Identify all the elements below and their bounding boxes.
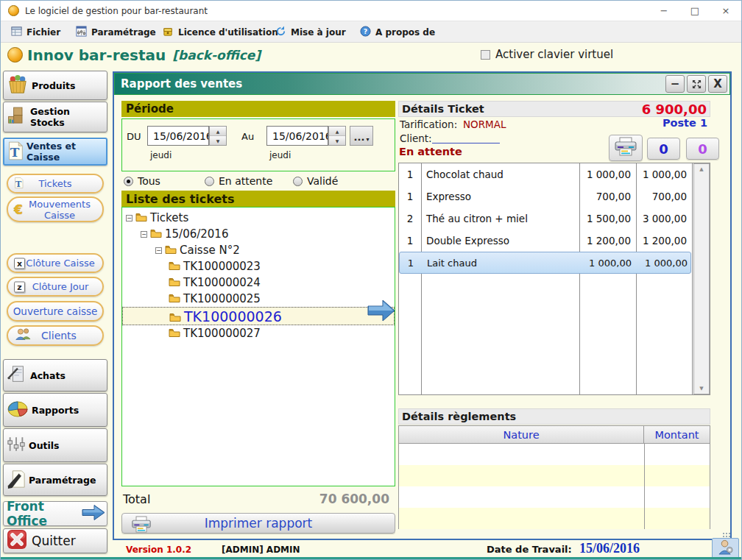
backoffice-label: [back-office] — [172, 48, 261, 63]
reglement-row-empty — [399, 444, 710, 465]
collapse-icon[interactable]: − — [155, 247, 162, 254]
sliders-icon — [7, 435, 26, 456]
sidebar-item-mouvements-caisse[interactable]: € Mouvements Caisse — [7, 196, 104, 222]
app-name: Innov bar-restau — [27, 46, 166, 64]
printer-icon — [131, 516, 152, 536]
sidebar-item-achats[interactable]: Achats — [3, 359, 107, 391]
user-session-button[interactable] — [712, 538, 739, 559]
sidebar-item-parametrage[interactable]: Paramétrage — [3, 464, 107, 496]
date-presets-button[interactable]: ... ▾ — [350, 126, 373, 146]
radio-icon[interactable] — [293, 177, 303, 186]
status-bar: Version 1.0.2 [ADMIN] ADMIN Date de Trav… — [111, 540, 741, 559]
euro-icon: € — [14, 204, 23, 215]
caret-down-icon: ▾ — [366, 136, 369, 143]
tree-node-ticket[interactable]: TK100000024 — [122, 274, 395, 291]
menu-item-mise-a-jour[interactable]: Mise à jour — [271, 24, 350, 40]
ticket-details-header: Détails Ticket 6 900,00 — [398, 101, 710, 117]
clients-people-icon — [14, 328, 32, 343]
reglement-row-empty — [399, 486, 710, 508]
window-close-button[interactable]: × — [710, 1, 741, 21]
ticket-lines-table: 1 Chocolat chaud 1 000,00 1 000,00 1 Exp… — [398, 163, 710, 395]
column-montant[interactable]: Montant — [644, 426, 710, 443]
date-from-input[interactable] — [147, 126, 209, 146]
tree-node-ticket[interactable]: TK100000025 — [122, 291, 395, 307]
date-to-weekday: jeudi — [269, 150, 291, 160]
total-value: 70 600,00 — [121, 492, 395, 506]
sidebar-item-tickets[interactable]: T Tickets — [7, 174, 104, 194]
tree-node-ticket-selected[interactable]: TK100000026 — [122, 307, 395, 325]
poste-label: Poste 1 — [398, 117, 710, 129]
sidebar-item-outils[interactable]: Outils — [3, 428, 107, 462]
sidebar-item-cloture-jour[interactable]: z Clôture Jour — [7, 277, 104, 297]
quit-button[interactable]: Quitter — [3, 528, 107, 553]
tree-node-ticket[interactable]: TK100000023 — [122, 258, 395, 274]
print-report-button[interactable]: Imprimer rapport — [121, 513, 395, 534]
ticket-line[interactable]: 1 Double Expresso 1 200,00 1 200,00 — [399, 230, 692, 252]
ticket-line-selected[interactable]: 1 Lait chaud 1 000,00 1 000,00 — [399, 252, 691, 274]
counter-blue-button[interactable]: 0 — [647, 138, 680, 160]
collapse-icon[interactable]: − — [141, 231, 147, 238]
panel-minimize-button[interactable]: − — [665, 75, 685, 93]
logged-user-label: [ADMIN] ADMIN — [222, 545, 300, 555]
svg-text:T: T — [15, 179, 22, 188]
reglement-row-empty — [399, 508, 710, 529]
reglements-table: Nature Montant — [398, 425, 710, 529]
window-title: Le logiciel de gestion pour bar-restaura… — [25, 6, 208, 16]
date-from-label: DU — [127, 131, 141, 142]
tree-node-date[interactable]: − 15/06/2016 — [122, 226, 395, 242]
virtual-keyboard-checkbox[interactable] — [481, 50, 490, 60]
collapse-icon[interactable]: − — [126, 215, 132, 221]
pie-chart-icon — [7, 400, 29, 420]
menu-item-a-propos[interactable]: ? A propos de — [356, 24, 439, 40]
sidebar-item-rapports[interactable]: Rapports — [3, 393, 107, 427]
filter-tous[interactable]: Tous — [124, 175, 160, 187]
window-minimize-button[interactable]: − — [649, 1, 679, 21]
ticket-table-scrollbar[interactable]: ▲ ▼ — [693, 163, 710, 394]
app-logo-icon — [8, 5, 19, 16]
folder-icon — [169, 327, 180, 340]
sidebar-item-ventes-et-caisse[interactable]: T Ventes et Caisse — [3, 138, 107, 166]
scroll-down-icon[interactable]: ▼ — [699, 386, 703, 391]
work-date-label: Date de Travail: — [487, 544, 572, 555]
print-ticket-button[interactable] — [609, 135, 643, 161]
spinner-up-icon[interactable]: ▲ — [329, 127, 345, 136]
ticket-line[interactable]: 2 Thé au citron + miel 1 500,00 3 000,00 — [399, 208, 692, 230]
sidebar-item-ouverture-caisse[interactable]: Ouverture caisse — [7, 301, 104, 322]
panel-maximize-icon[interactable] — [687, 75, 706, 93]
menu-item-fichier[interactable]: Fichier — [7, 24, 65, 40]
ticket-line[interactable]: 1 Chocolat chaud 1 000,00 1 000,00 — [399, 163, 692, 185]
filter-valide[interactable]: Validé — [293, 175, 338, 187]
radio-icon[interactable] — [205, 177, 214, 186]
date-to-input[interactable] — [266, 126, 328, 146]
date-to-spinner[interactable]: ▲ ▼ — [328, 126, 346, 146]
front-office-button[interactable]: Front Office — [3, 501, 107, 526]
client-value-underline[interactable] — [432, 143, 500, 143]
counter-purple-button[interactable]: 0 — [686, 138, 719, 160]
spinner-up-icon[interactable]: ▲ — [210, 127, 226, 136]
tree-node-ticket[interactable]: TK100000027 — [122, 325, 395, 341]
date-from-spinner[interactable]: ▲ ▼ — [209, 126, 227, 146]
menu-item-licence[interactable]: Licence d'utilisation — [158, 24, 283, 40]
sidebar-item-produits[interactable]: Produits — [3, 71, 107, 100]
sidebar-item-gestion-stocks[interactable]: Gestion Stocks — [3, 102, 107, 132]
sidebar-item-clients[interactable]: Clients — [7, 325, 104, 346]
folder-icon — [169, 260, 180, 273]
ticket-line[interactable]: 1 Expresso 700,00 700,00 — [399, 185, 692, 208]
sidebar-item-cloture-caisse[interactable]: x Clôture Caisse — [7, 253, 104, 273]
spinner-down-icon[interactable]: ▼ — [210, 136, 226, 145]
scroll-up-icon[interactable]: ▲ — [699, 166, 703, 172]
date-from-weekday: jeudi — [150, 150, 172, 160]
virtual-keyboard-toggle[interactable]: Activer clavier virtuel — [481, 48, 613, 61]
window-maximize-button[interactable]: □ — [679, 1, 710, 21]
filter-en-attente[interactable]: En attente — [205, 175, 272, 187]
panel-close-button[interactable]: X — [708, 75, 727, 93]
z-report-icon: z — [14, 281, 25, 292]
basket-icon — [7, 74, 29, 97]
spinner-down-icon[interactable]: ▼ — [329, 136, 345, 145]
red-cross-icon — [7, 529, 27, 553]
column-nature[interactable]: Nature — [399, 426, 644, 443]
tree-node-tickets[interactable]: − Tickets — [122, 210, 395, 226]
tree-node-caisse[interactable]: − Caisse N°2 — [122, 242, 395, 258]
menu-item-parametrage[interactable]: Paramétrage — [71, 24, 160, 40]
radio-selected-icon[interactable] — [124, 177, 133, 186]
